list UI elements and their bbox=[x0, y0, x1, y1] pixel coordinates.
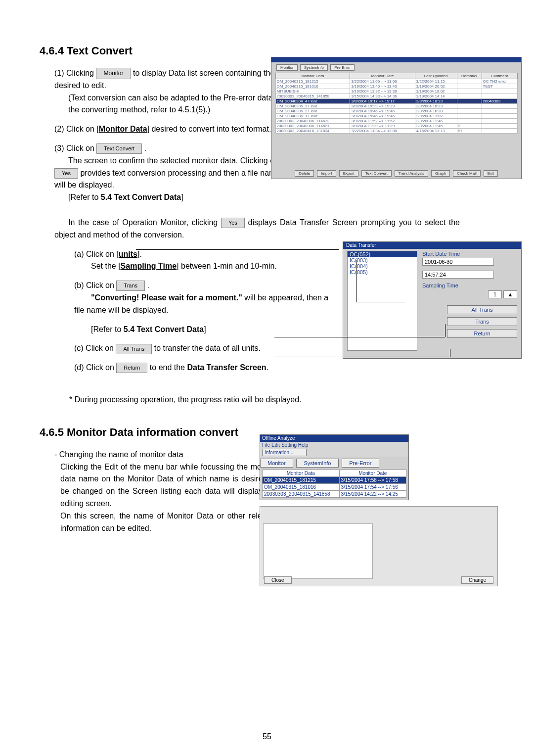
cell bbox=[457, 114, 482, 119]
p2: Clicking the Edit of the menu bar while … bbox=[54, 461, 277, 510]
bottom-button[interactable]: Exit bbox=[484, 170, 498, 177]
sampling-time-link[interactable]: Sampling Time bbox=[121, 262, 177, 270]
tab-preerror[interactable]: Pre-Error bbox=[330, 64, 355, 71]
tab-systeminfo[interactable]: SystemInfo bbox=[300, 64, 328, 71]
cell: OM_20040315_181016 bbox=[263, 484, 340, 491]
cell: 3/15/2004 14:22 --> 14:25 bbox=[339, 491, 406, 498]
step-a-b: ]. bbox=[137, 250, 142, 258]
tab-monitor-3[interactable]: Monitor bbox=[260, 459, 293, 468]
step-b-c: "Converting! Please wait for a moment." bbox=[91, 293, 242, 302]
units-link[interactable]: units bbox=[119, 250, 137, 258]
yes-button-2[interactable]: Yes bbox=[221, 218, 245, 228]
cell: OM_20040315_181215 bbox=[275, 79, 350, 84]
tab-monitor[interactable]: Monitor bbox=[276, 64, 298, 71]
bottom-button[interactable]: Check Mail bbox=[453, 170, 481, 177]
step-a-c: Set the [ bbox=[74, 262, 121, 270]
step-2-end: ] desired to convert into text format. bbox=[147, 125, 271, 133]
cell: 3/19/2004 20:52 bbox=[415, 84, 457, 89]
cell: 20030303_20040315_141858 bbox=[275, 94, 350, 99]
time-field[interactable]: 14:57:24 bbox=[422, 271, 494, 279]
table-row[interactable]: 20030303_20040315_1418583/15/2004 14:22 … bbox=[263, 491, 406, 498]
table-row[interactable]: OM_20040315_1810163/15/2004 17:54 --> 17… bbox=[263, 484, 406, 491]
table-row[interactable]: MITSUBISHI3/19/2004 13:32 --> 13:393/19/… bbox=[275, 89, 517, 94]
list-item[interactable]: IC(003) bbox=[348, 257, 417, 263]
change-button[interactable]: Change bbox=[461, 576, 493, 584]
bottom-button[interactable]: Text Convert bbox=[361, 170, 392, 177]
cell: 3/15/2004 14:33 --> 14:36 bbox=[350, 94, 415, 99]
cell bbox=[482, 109, 517, 114]
table-row[interactable]: OM_20040315_1810163/19/2004 13:40 --> 13… bbox=[275, 84, 517, 89]
cell bbox=[482, 94, 517, 99]
monitor-data-link[interactable]: Monitor Data bbox=[99, 125, 147, 133]
cell: 3/8/2004 11:46 bbox=[415, 119, 457, 124]
progress-note: * During processing operation, the progr… bbox=[69, 394, 307, 406]
bottom-button[interactable]: Graph bbox=[431, 170, 450, 177]
leader-a2-v bbox=[356, 260, 356, 302]
menu-text: File Edit Setting Help bbox=[262, 442, 308, 448]
monitor-button[interactable]: Monitor bbox=[96, 68, 131, 79]
leader-a2 bbox=[260, 260, 356, 260]
cell: 3/19/2004 13:40 --> 13:40 bbox=[350, 84, 415, 89]
bottom-button[interactable]: Import bbox=[317, 170, 336, 177]
step-b-a: (b) Click on bbox=[74, 281, 114, 289]
cell: OC TH2 error bbox=[482, 79, 517, 84]
step-c-b: to transfer the data of all units. bbox=[154, 344, 261, 352]
bottom-button[interactable]: Export bbox=[339, 170, 358, 177]
bottom-button[interactable]: Trend Analysis bbox=[395, 170, 428, 177]
table-row[interactable]: OM_20040304_4 Floor3/8/2004 19:17 --> 19… bbox=[275, 99, 517, 104]
cell: 3/8/2004 18:23 bbox=[415, 104, 457, 109]
unit-list[interactable]: OC(052) IC(003) IC(004) IC(005) bbox=[347, 251, 417, 351]
table-row[interactable]: OM_20040315_1812153/22/2004 11:06 --> 11… bbox=[275, 79, 517, 84]
alltrans-button[interactable]: All Trans bbox=[447, 305, 517, 314]
shot3-titlebar: Offline Analyze bbox=[260, 435, 408, 442]
shot3-tabs: Monitor SystemInfo Pre-Error bbox=[260, 457, 408, 468]
cell: 3/8/2004 11:52 --> 11:52 bbox=[350, 119, 415, 124]
tab-systeminfo-3[interactable]: SystemInfo bbox=[296, 459, 338, 468]
date-field[interactable]: 2001-06-30 bbox=[422, 258, 494, 266]
tab-preerror-3[interactable]: Pre-Error bbox=[342, 459, 379, 468]
cell bbox=[457, 119, 482, 124]
shot3-table: Monitor DataMonitor Date OM_20040315_181… bbox=[262, 470, 406, 498]
table-row[interactable]: OM_20040306_2 Floor3/8/2004 19:46 --> 19… bbox=[275, 109, 517, 114]
return-button-inline[interactable]: Return bbox=[116, 363, 147, 373]
trans-button[interactable]: Trans bbox=[447, 317, 517, 326]
cell: 20030303_20040306_114632 bbox=[275, 119, 350, 124]
menu-information[interactable]: Information... bbox=[262, 449, 307, 456]
table-row[interactable]: OM_20040306_3 Floor3/8/2004 19:29 --> 19… bbox=[275, 104, 517, 109]
cell: OM_20040315_181215 bbox=[263, 477, 340, 484]
shot1-bottom-buttons: DeleteImportExportText ConvertTrend Anal… bbox=[271, 170, 521, 177]
th-0: Monitor Data bbox=[275, 73, 350, 79]
menu-bar[interactable]: File Edit Setting Help Information... bbox=[260, 442, 408, 457]
data-list-screenshot: Monitor SystemInfo Pre-Error Monitor Dat… bbox=[271, 57, 522, 179]
step-a: (a) Click on [units]. Set the [Sampling … bbox=[74, 248, 336, 273]
cell: 3/19/2004 13:32 --> 13:39 bbox=[350, 89, 415, 94]
leader-c-v bbox=[445, 324, 445, 337]
sampling-time-label: Sampling Time bbox=[422, 283, 517, 288]
leader-a bbox=[136, 249, 339, 250]
list-item[interactable]: OC(052) bbox=[348, 251, 417, 257]
step-3-ref: [Refer to 5.4 Text Convert Data] bbox=[54, 191, 183, 204]
all-trans-button-inline[interactable]: All Trans bbox=[116, 344, 152, 354]
shot1-table: Monitor Data Monitor Date Last Updated R… bbox=[275, 73, 518, 134]
list-item[interactable]: IC(005) bbox=[348, 269, 417, 275]
step-3-c: The screen to confirm the selected monit… bbox=[54, 155, 279, 167]
bottom-button[interactable]: Delete bbox=[295, 170, 314, 177]
table-row[interactable]: 20030303_20040416_1318343/22/2004 11:34 … bbox=[275, 129, 517, 134]
table-row[interactable]: 20030303_20040315_1418583/15/2004 14:33 … bbox=[275, 94, 517, 99]
cell bbox=[457, 109, 482, 114]
yes-button-1[interactable]: Yes bbox=[54, 168, 78, 179]
table-row[interactable]: 20030303_20040306_1145213/8/2004 11:29 -… bbox=[275, 124, 517, 129]
sampling-max-spin[interactable]: ▲ bbox=[503, 290, 517, 298]
return-button[interactable]: Return bbox=[447, 329, 517, 338]
cell: OM_20040306_3 Floor bbox=[275, 104, 350, 109]
list-item[interactable]: IC(004) bbox=[348, 263, 417, 269]
cell: 3/15/2004 17:54 --> 17:56 bbox=[339, 484, 406, 491]
trans-button-inline[interactable]: Trans bbox=[116, 281, 145, 291]
table-row[interactable]: OM_20040315_1812153/15/2004 17:58 --> 17… bbox=[263, 477, 406, 484]
text-convert-button[interactable]: Text Convert bbox=[96, 143, 142, 154]
sampling-min-field[interactable]: 1 bbox=[488, 290, 502, 298]
close-button[interactable]: Close bbox=[264, 576, 292, 584]
cell: 4/15/2004 13:13 bbox=[415, 129, 457, 134]
table-row[interactable]: 20030303_20040306_1146323/8/2004 11:52 -… bbox=[275, 119, 517, 124]
table-row[interactable]: OM_20040306_1 Floor3/8/2004 19:46 --> 19… bbox=[275, 114, 517, 119]
